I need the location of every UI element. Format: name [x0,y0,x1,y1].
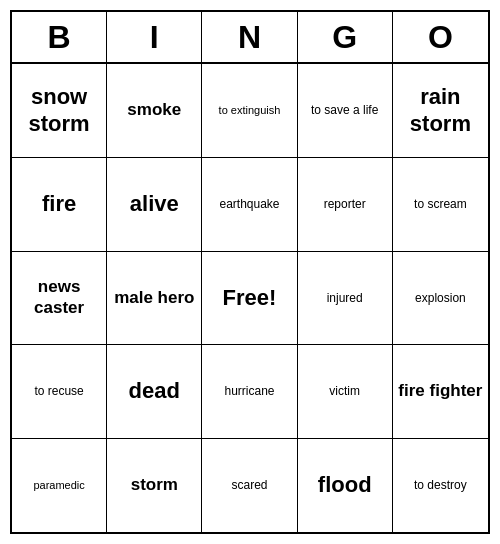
bingo-cell-1[interactable]: smoke [107,64,202,158]
bingo-cell-20[interactable]: paramedic [12,439,107,533]
cell-text-9: to scream [414,197,467,211]
cell-text-24: to destroy [414,478,467,492]
cell-text-20: paramedic [33,479,84,492]
cell-text-4: rain storm [397,84,484,137]
bingo-grid: snow stormsmoketo extinguishto save a li… [12,64,488,532]
cell-text-0: snow storm [16,84,102,137]
bingo-cell-23[interactable]: flood [298,439,393,533]
bingo-cell-9[interactable]: to scream [393,158,488,252]
bingo-card: B I N G O snow stormsmoketo extinguishto… [10,10,490,534]
bingo-header: B I N G O [12,12,488,64]
cell-text-16: dead [129,378,180,404]
cell-text-23: flood [318,472,372,498]
cell-text-2: to extinguish [219,104,281,117]
bingo-cell-17[interactable]: hurricane [202,345,297,439]
bingo-cell-16[interactable]: dead [107,345,202,439]
bingo-cell-0[interactable]: snow storm [12,64,107,158]
cell-text-12: Free! [223,285,277,311]
bingo-cell-6[interactable]: alive [107,158,202,252]
bingo-cell-14[interactable]: explosion [393,252,488,346]
cell-text-22: scared [231,478,267,492]
cell-text-19: fire fighter [398,381,482,401]
bingo-cell-8[interactable]: reporter [298,158,393,252]
header-i: I [107,12,202,62]
bingo-cell-15[interactable]: to recuse [12,345,107,439]
bingo-cell-24[interactable]: to destroy [393,439,488,533]
header-n: N [202,12,297,62]
cell-text-6: alive [130,191,179,217]
cell-text-21: storm [131,475,178,495]
cell-text-7: earthquake [219,197,279,211]
bingo-cell-21[interactable]: storm [107,439,202,533]
cell-text-3: to save a life [311,103,378,117]
bingo-cell-5[interactable]: fire [12,158,107,252]
cell-text-18: victim [329,384,360,398]
cell-text-11: male hero [114,288,194,308]
header-o: O [393,12,488,62]
cell-text-13: injured [327,291,363,305]
bingo-cell-18[interactable]: victim [298,345,393,439]
bingo-cell-13[interactable]: injured [298,252,393,346]
header-g: G [298,12,393,62]
cell-text-10: news caster [16,277,102,318]
bingo-cell-12[interactable]: Free! [202,252,297,346]
cell-text-5: fire [42,191,76,217]
bingo-cell-11[interactable]: male hero [107,252,202,346]
cell-text-15: to recuse [34,384,83,398]
header-b: B [12,12,107,62]
cell-text-14: explosion [415,291,466,305]
bingo-cell-4[interactable]: rain storm [393,64,488,158]
cell-text-8: reporter [324,197,366,211]
bingo-cell-7[interactable]: earthquake [202,158,297,252]
cell-text-17: hurricane [224,384,274,398]
bingo-cell-3[interactable]: to save a life [298,64,393,158]
bingo-cell-22[interactable]: scared [202,439,297,533]
cell-text-1: smoke [127,100,181,120]
bingo-cell-19[interactable]: fire fighter [393,345,488,439]
bingo-cell-2[interactable]: to extinguish [202,64,297,158]
bingo-cell-10[interactable]: news caster [12,252,107,346]
